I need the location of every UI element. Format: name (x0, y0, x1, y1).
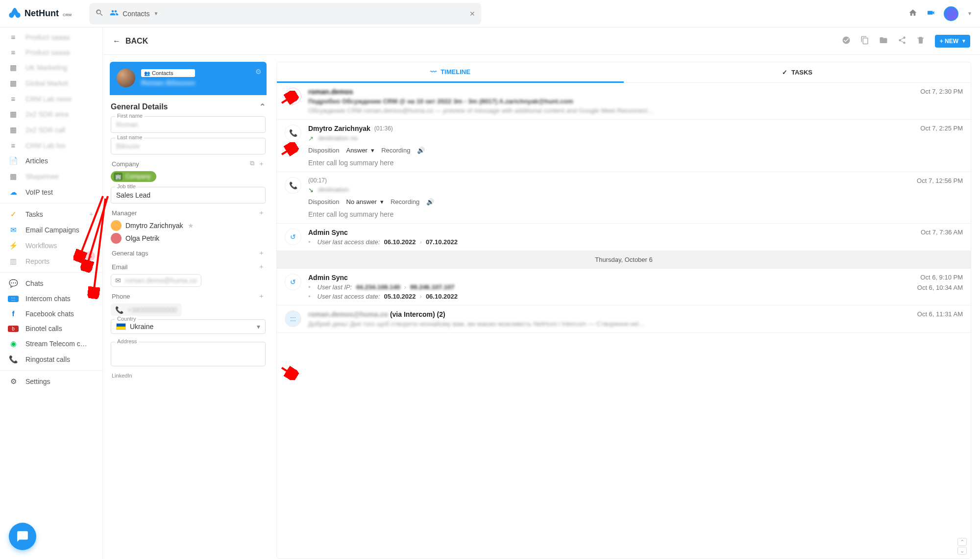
new-button-label: + NEW (940, 38, 958, 45)
search-box[interactable]: Contacts ▼ ✕ (89, 3, 481, 25)
sidebar-item-voip-test[interactable]: ☁VoIP test (0, 184, 102, 200)
diff-from: 44.234.108.140 (356, 283, 400, 291)
board-icon: ▦ (8, 63, 19, 72)
sidebar-item-articles[interactable]: 📄Articles (0, 153, 102, 169)
megaphone-icon[interactable] (926, 8, 935, 19)
plus-icon[interactable]: ＋ (258, 208, 265, 217)
sidebar-item-intercom-chats[interactable]: :::Intercom chats (0, 291, 102, 306)
timeline-item-intercom[interactable]: ::: roman.demos@huma.co (via Intercom) (… (277, 305, 971, 333)
chat-bubble-icon (16, 530, 29, 543)
first-name-field[interactable]: First name Roman (111, 116, 266, 133)
user-menu-caret-icon[interactable]: ▼ (967, 11, 972, 16)
topbar: NetHunt CRM Contacts ▼ ✕ ▼ (0, 0, 980, 27)
board-icon: ▦ (8, 172, 19, 181)
tab-tasks[interactable]: ✓ TASKS (624, 62, 971, 82)
copy-icon[interactable] (860, 36, 869, 46)
manager-item[interactable]: Olga Petrik (111, 233, 266, 244)
call-summary-input[interactable]: Enter call log summary here (308, 210, 910, 218)
timeline-item-sync[interactable]: ↺ Admin Sync User last IP: 44.234.108.14… (277, 269, 971, 305)
timeline-list[interactable]: roman.demos Подробно Обсуждение CRM @ на… (277, 83, 971, 559)
timeline-item-call[interactable]: 📞 (00:17) ↘ destination Dis (277, 172, 971, 224)
call-summary-input[interactable]: Enter call log summary here (308, 159, 913, 167)
open-link-icon[interactable]: ⧉ (250, 159, 254, 168)
board-icon: ▦ (8, 79, 19, 88)
sidebar-folder[interactable]: ▦Global Market (0, 76, 102, 91)
manager-name: Olga Petrik (125, 234, 159, 242)
diff-label: User last access date: (318, 293, 380, 300)
sidebar-folder[interactable]: ▦2x2 SDR call (0, 122, 102, 138)
sidebar-item-workflows[interactable]: ⚡Workflows (0, 238, 102, 254)
gear-icon[interactable]: ⚙ (255, 68, 262, 76)
timeline-item-email[interactable]: roman.demos Подробно Обсуждение CRM @ на… (277, 83, 971, 120)
company-pill[interactable]: 🏢 Company (111, 171, 156, 182)
sidebar-folder[interactable]: ≡CRM Lab neee (0, 91, 102, 106)
sidebar-item-ringostat-calls[interactable]: 📞Ringostat calls (0, 352, 102, 367)
sidebar-item-facebook-chats[interactable]: fFacebook chats (0, 306, 102, 321)
folder-icon[interactable] (879, 36, 888, 46)
field-label: Country (115, 316, 138, 322)
search-folder-chip[interactable]: Contacts ▼ (110, 8, 158, 19)
sidebar-folder[interactable]: ≡CRM Lab loo (0, 138, 102, 153)
phone-label: Phone (112, 293, 130, 300)
record-folder-chip[interactable]: 👥 Contacts (141, 69, 195, 77)
tab-timeline[interactable]: 〰 TIMELINE (277, 62, 624, 83)
share-icon[interactable] (898, 36, 906, 46)
sidebar-folder[interactable]: ≡Product saaaa (0, 45, 102, 60)
timeline-preview: Обсуждение CRM roman.demos@huma.co — pre… (308, 107, 654, 114)
search-icon (95, 8, 104, 19)
star-icon[interactable]: ★ (188, 222, 194, 229)
plus-icon[interactable]: ＋ (258, 249, 265, 257)
sidebar-item-binotel-calls[interactable]: bBinotel calls (0, 321, 102, 336)
diff-to: 99.246.107.107 (410, 283, 454, 291)
linkedin-field[interactable]: LinkedIn (111, 371, 266, 379)
manager-item[interactable]: Dmytro Zarichnyak★ (111, 220, 266, 231)
new-button[interactable]: + NEW▼ (935, 35, 970, 48)
sidebar-folder[interactable]: ≡Product saaaa (0, 29, 102, 45)
disposition-dropdown[interactable]: Answer ▾ (346, 147, 375, 154)
plus-icon[interactable]: ＋ (258, 292, 265, 301)
sidebar-item-tasks[interactable]: ✓Tasks＋ (0, 206, 102, 222)
ringostat-call-icon: 📞 (285, 177, 301, 194)
intercom-fab[interactable] (9, 523, 36, 550)
email-subhead: Email ＋ (111, 262, 266, 271)
plus-icon[interactable]: ＋ (258, 262, 265, 271)
sidebar-folder[interactable]: ▦2x2 SDR area (0, 106, 102, 122)
search-folder-label: Contacts (122, 10, 149, 18)
country-select[interactable]: Country Ukraine (111, 319, 266, 334)
scroll-up-icon[interactable]: ⌃ (957, 538, 967, 546)
phone-chip[interactable]: 📞 +380000000000 (111, 304, 182, 316)
plus-icon[interactable]: ＋ (88, 210, 95, 219)
job-title-field[interactable]: Job title Sales Lead (111, 187, 266, 203)
back-button[interactable]: ← BACK (113, 37, 148, 46)
sidebar-folder[interactable]: ▦UK Marketing (0, 60, 102, 76)
chevron-up-icon[interactable]: ⌃ (259, 102, 266, 111)
home-icon[interactable] (908, 8, 917, 19)
sidebar-folder[interactable]: ▦Shapemee (0, 169, 102, 184)
timeline-title: roman.demos (308, 88, 353, 96)
sidebar-item-chats[interactable]: 💬Chats (0, 276, 102, 291)
address-field[interactable]: Address (111, 342, 266, 366)
scroll-down-icon[interactable]: ⌄ (957, 547, 967, 555)
search-clear-icon[interactable]: ✕ (469, 10, 475, 18)
plus-icon[interactable]: ＋ (258, 159, 265, 168)
sidebar-item-email-campaigns[interactable]: ✉Email Campaigns (0, 222, 102, 238)
timeline-item-call[interactable]: 📞 Dmytro Zarichnyak (01:36) ↗ destinatio… (277, 120, 971, 172)
email-chip[interactable]: ✉ roman.demo@huma.co (111, 274, 201, 287)
timeline-item-sync[interactable]: ↺ Admin Sync User last access date: 06.1… (277, 224, 971, 251)
check-circle-icon[interactable] (842, 36, 851, 46)
logo[interactable]: NetHunt CRM (8, 7, 72, 21)
binotel-icon: b (8, 326, 19, 332)
sound-icon[interactable]: 🔊 (426, 198, 434, 205)
disposition-dropdown[interactable]: No answer ▾ (346, 198, 384, 205)
outgoing-arrow-icon: ↗ (308, 135, 315, 142)
sidebar-item-settings[interactable]: ⚙Settings (0, 374, 102, 389)
contact-avatar[interactable] (117, 69, 135, 87)
trash-icon[interactable] (916, 36, 925, 46)
sidebar-item-stream-telecom[interactable]: ◉Stream Telecom c… (0, 336, 102, 352)
check-circle-icon: ✓ (782, 69, 787, 76)
list-icon: ≡ (8, 95, 19, 103)
list-icon: ≡ (8, 48, 19, 56)
last-name-field[interactable]: Last name Bilousiv (111, 138, 266, 154)
user-avatar[interactable] (944, 6, 958, 21)
sound-icon[interactable]: 🔊 (417, 147, 425, 154)
